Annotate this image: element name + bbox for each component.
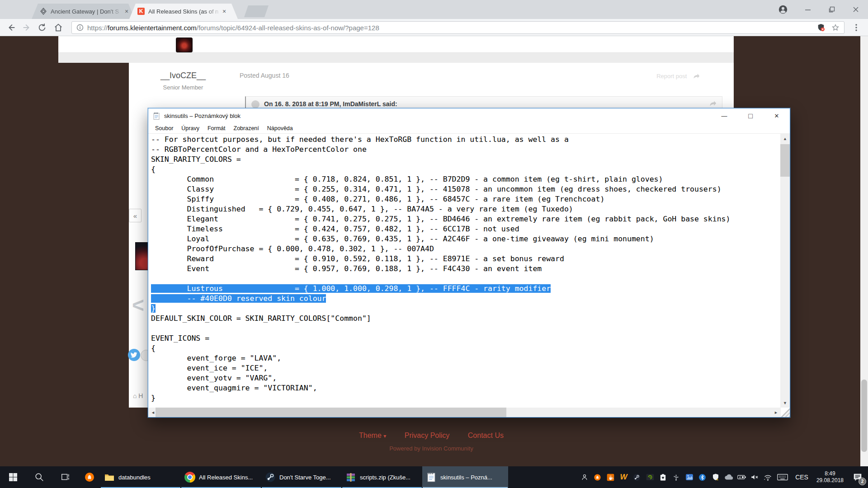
horizontal-scroll-thumb[interactable]	[156, 408, 506, 417]
quote-expand-icon[interactable]	[709, 100, 717, 107]
avast-tray-button[interactable]	[591, 466, 604, 488]
theme-link[interactable]: Theme ▾	[359, 432, 386, 439]
menu-upravy[interactable]: Úpravy	[177, 125, 203, 131]
menu-soubor[interactable]: Soubor	[151, 125, 177, 131]
close-icon	[853, 6, 859, 13]
taskbar-app-chrome[interactable]: All Released Skins...	[181, 466, 261, 488]
menu-zobrazeni[interactable]: Zobrazení	[230, 125, 263, 131]
system-tray: W	[578, 466, 868, 488]
action-center-button[interactable]: 2	[847, 466, 868, 488]
usb-tray-button[interactable]	[670, 466, 683, 488]
taskbar-app-databundles[interactable]: databundles	[100, 466, 181, 488]
tab-all-released-skins[interactable]: K All Released Skins (as of n ×	[129, 4, 238, 19]
nvidia-tray-button[interactable]	[643, 466, 656, 488]
vertical-scroll-thumb[interactable]	[780, 144, 790, 177]
back-button[interactable]	[6, 23, 16, 33]
notepad-maximize-button[interactable]: □	[737, 108, 764, 123]
maximize-icon	[829, 6, 835, 13]
twitter-share-button[interactable]	[128, 349, 140, 361]
scroll-up-icon[interactable]: ▲	[780, 134, 790, 143]
share-post-icon[interactable]	[693, 73, 700, 79]
power-tray-button[interactable]	[735, 466, 748, 488]
scroll-right-icon[interactable]: ►	[771, 408, 781, 417]
avast-pinned-app[interactable]	[79, 466, 100, 488]
privacy-policy-link[interactable]: Privacy Policy	[405, 432, 450, 439]
klei-favicon-icon: K	[137, 8, 145, 15]
notepad-close-button[interactable]: ✕	[764, 108, 790, 123]
task-view-button[interactable]	[52, 466, 79, 488]
touch-keyboard-tray-button[interactable]	[774, 466, 791, 488]
extension-shield-icon[interactable]	[817, 23, 825, 32]
tab-ancient-gateway[interactable]: Ancient Gateway | Don't S ×	[32, 4, 135, 19]
taskbar-app-winrar[interactable]: scripts.zip (Zkuše...	[342, 466, 422, 488]
start-button[interactable]	[0, 466, 26, 488]
gateway-favicon-icon	[40, 8, 47, 15]
graphics-panel-tray-button[interactable]	[683, 466, 696, 488]
notepad-code-line: {	[151, 164, 781, 174]
menu-format[interactable]: Formát	[203, 125, 230, 131]
quote-author-avatar	[251, 100, 259, 108]
previous-page-arrow[interactable]: <	[132, 293, 144, 317]
search-button[interactable]	[26, 466, 52, 488]
volume-tray-button[interactable]	[748, 466, 761, 488]
taskbar-app-label: All Released Skins...	[199, 474, 253, 481]
browser-close-button[interactable]	[845, 0, 866, 19]
taskbar-app-steam[interactable]: Don't Starve Toge...	[261, 466, 342, 488]
quote-citation[interactable]: On 16. 8. 2018 at 8:19 PM, ImDaMisterL s…	[264, 100, 397, 108]
steam-tray-button[interactable]	[630, 466, 643, 488]
forward-button[interactable]	[22, 23, 32, 33]
notepad-text[interactable]: -- For shortcut purposes, but if needed …	[149, 134, 781, 408]
defender-tray-button[interactable]	[709, 466, 722, 488]
avast-icon	[594, 474, 601, 481]
sidebar-collapse-button[interactable]: «	[129, 209, 142, 222]
browser-maximize-button[interactable]	[821, 0, 842, 19]
bluetooth-tray-button[interactable]	[696, 466, 709, 488]
taskbar-clock[interactable]: 8:49 29.08.2018	[813, 470, 847, 484]
report-post-link[interactable]: Report post	[656, 73, 700, 80]
page-info-icon[interactable]	[76, 24, 84, 31]
notepad-code-line	[151, 274, 781, 284]
notepad-vertical-scrollbar[interactable]: ▲ ▼	[780, 134, 790, 408]
notepad-icon	[426, 472, 437, 483]
browser-toolbar: https://forums.kleientertainment.com/for…	[0, 19, 868, 36]
notepad-title-bar[interactable]: skinsutils – Poznámkový blok — □ ✕	[148, 108, 790, 123]
notepad-code-line: {	[151, 343, 781, 353]
winrar-icon	[345, 472, 356, 483]
browser-profile-button[interactable]	[773, 0, 793, 19]
scroll-down-icon[interactable]: ▼	[780, 398, 790, 408]
post-author-name[interactable]: __IvoCZE__	[129, 71, 237, 80]
browser-menu-button[interactable]	[852, 23, 862, 33]
home-button[interactable]	[53, 23, 63, 33]
taskbar-app-notepad[interactable]: skinsutils – Pozná...	[422, 466, 508, 488]
browser-minimize-button[interactable]	[797, 0, 818, 19]
contact-us-link[interactable]: Contact Us	[468, 432, 504, 439]
onedrive-tray-button[interactable]	[722, 466, 735, 488]
battery-heart-icon	[660, 474, 666, 481]
network-tray-button[interactable]: *	[761, 466, 774, 488]
java-tray-button[interactable]	[604, 466, 617, 488]
previous-post-avatar[interactable]	[176, 38, 193, 52]
page-scrollbar-thumb[interactable]	[861, 380, 867, 452]
resize-grip[interactable]	[780, 408, 790, 417]
breadcrumb-home[interactable]: ⌂ H	[133, 392, 143, 399]
menu-napoveda[interactable]: Nápověda	[263, 125, 297, 131]
tab-close-icon[interactable]: ×	[125, 8, 128, 14]
address-bar[interactable]: https://forums.kleientertainment.com/for…	[71, 21, 844, 34]
battery-health-tray-button[interactable]	[656, 466, 670, 488]
notepad-minimize-button[interactable]: —	[711, 108, 737, 123]
reload-button[interactable]	[37, 23, 47, 33]
post-date[interactable]: Posted August 16	[240, 72, 289, 79]
tab-close-icon[interactable]: ×	[222, 8, 226, 14]
minimize-icon	[805, 6, 811, 13]
taskbar-app-label: skinsutils – Pozná...	[440, 474, 492, 481]
new-tab-button[interactable]	[244, 5, 269, 17]
previous-post-strip	[58, 36, 734, 53]
notepad-code-line: Loyal = { 0.635, 0.769, 0.435, 1 }, -- A…	[151, 234, 781, 244]
notepad-horizontal-scrollbar[interactable]: ◄ ►	[148, 408, 781, 417]
wildtangent-tray-button[interactable]: W	[617, 466, 630, 488]
people-tray-button[interactable]	[578, 466, 591, 488]
bookmark-star-icon[interactable]	[831, 23, 840, 32]
page-scrollbar[interactable]	[860, 36, 868, 466]
task-view-icon	[61, 472, 71, 482]
language-indicator[interactable]: CES	[791, 474, 813, 481]
